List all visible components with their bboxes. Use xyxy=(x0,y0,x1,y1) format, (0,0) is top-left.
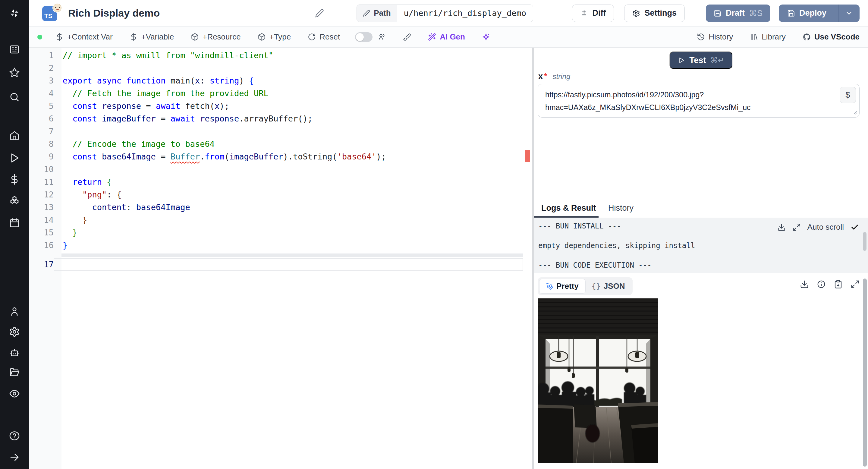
json-label: JSON xyxy=(604,282,625,291)
package-icon xyxy=(258,33,266,41)
add-type-button[interactable]: +Type xyxy=(258,32,291,41)
ai-gen-label: AI Gen xyxy=(440,32,465,41)
page-title: Rich Display demo xyxy=(68,7,160,19)
tab-logs-result[interactable]: Logs & Result xyxy=(541,204,596,213)
brush-icon xyxy=(403,33,411,41)
library-button[interactable]: Library xyxy=(750,32,785,41)
script-emoji-avatar xyxy=(53,3,62,13)
textarea-resize-handle[interactable] xyxy=(852,110,857,115)
arg-required-star: * xyxy=(544,72,547,81)
windmill-logo-icon[interactable] xyxy=(8,7,21,19)
deploy-button[interactable]: Deploy xyxy=(779,4,834,22)
auto-scroll-label: Auto scroll xyxy=(807,222,844,232)
download-result-icon[interactable] xyxy=(800,280,809,289)
expand-sidebar-arrow-icon[interactable] xyxy=(8,451,21,463)
sidebar xyxy=(0,0,29,469)
resource-label: +Resource xyxy=(203,32,241,41)
code-editor[interactable]: 1// import * as wmill from "windmill-cli… xyxy=(29,48,532,469)
arg-value-input[interactable]: https://fastly.picsum.photos/id/192/200/… xyxy=(538,84,860,118)
sidebar-divider xyxy=(0,113,29,113)
result-view-bar: Pretty {} JSON xyxy=(534,276,868,297)
download-logs-icon[interactable] xyxy=(777,223,786,231)
search-icon[interactable] xyxy=(8,91,21,103)
editor-toolbar: +Context Var +Variable +Resource +Type R… xyxy=(29,27,868,48)
history-label: History xyxy=(709,32,733,41)
package-icon xyxy=(191,33,199,41)
draft-button[interactable]: Draft ⌘S xyxy=(706,4,770,22)
history-clock-icon xyxy=(697,33,705,41)
add-resource-button[interactable]: +Resource xyxy=(191,32,241,41)
folder-open-icon[interactable] xyxy=(8,367,21,379)
deploy-label: Deploy xyxy=(799,8,827,18)
help-circle-icon[interactable] xyxy=(8,430,21,442)
argument-label: x * string xyxy=(538,72,570,81)
resources-boxes-icon[interactable] xyxy=(8,195,21,207)
settings-button[interactable]: Settings xyxy=(624,4,685,22)
header: TS Rich Display demo Path u/henri/rich_d… xyxy=(29,0,868,27)
sparkles-icon[interactable] xyxy=(482,33,490,41)
panel-splitter[interactable] xyxy=(532,48,534,469)
info-icon[interactable] xyxy=(817,280,826,289)
runs-play-icon[interactable] xyxy=(8,152,21,164)
variables-dollar-icon[interactable] xyxy=(8,173,21,185)
path-label-segment: Path xyxy=(357,5,397,22)
schedules-calendar-icon[interactable] xyxy=(8,217,21,229)
use-vscode-button[interactable]: Use VScode xyxy=(803,32,860,41)
add-context-var-button[interactable]: +Context Var xyxy=(56,32,113,41)
log-line: --- BUN CODE EXECUTION --- xyxy=(538,261,868,269)
workers-robot-icon[interactable] xyxy=(8,347,21,359)
deploy-dropdown-chevron[interactable] xyxy=(838,4,860,22)
library-label: Library xyxy=(762,32,785,41)
save-icon xyxy=(787,9,795,17)
insert-variable-button[interactable]: $ xyxy=(840,87,856,103)
draft-shortcut: ⌘S xyxy=(749,8,763,18)
chevron-down-icon xyxy=(845,9,853,17)
users-icon[interactable] xyxy=(8,305,21,317)
library-icon xyxy=(750,33,758,41)
maximize-icon[interactable] xyxy=(850,280,860,289)
test-shortcut: ⌘↵ xyxy=(710,56,724,64)
check-icon[interactable] xyxy=(850,223,859,231)
test-label: Test xyxy=(689,56,706,65)
test-button[interactable]: Test ⌘↵ xyxy=(670,52,733,69)
panel-scrollbar[interactable] xyxy=(863,279,867,467)
collaborators-icon[interactable] xyxy=(378,33,386,41)
rotate-icon xyxy=(308,33,316,41)
gear-icon xyxy=(632,9,640,17)
edit-title-pencil-icon[interactable] xyxy=(315,9,324,18)
expand-logs-icon[interactable] xyxy=(792,223,801,231)
add-variable-button[interactable]: +Variable xyxy=(130,32,174,41)
run-panel: Test ⌘↵ x * string https://fastly.picsum… xyxy=(534,48,868,469)
diff-icon xyxy=(580,9,588,17)
arg-name: x xyxy=(538,72,543,81)
reset-label: Reset xyxy=(319,32,340,41)
copy-clipboard-icon[interactable] xyxy=(834,280,843,289)
format-brush-icon[interactable] xyxy=(403,33,411,41)
diff-button[interactable]: Diff xyxy=(572,4,614,22)
star-icon[interactable] xyxy=(8,67,21,79)
logs-scrollbar[interactable] xyxy=(863,232,867,251)
pretty-view-button[interactable]: Pretty xyxy=(539,279,586,293)
deploy-split-button[interactable]: Deploy xyxy=(779,4,860,22)
script-language-badge: TS xyxy=(42,5,59,21)
dollar-icon xyxy=(130,33,138,41)
home-icon[interactable] xyxy=(8,130,21,142)
ai-gen-button[interactable]: AI Gen xyxy=(428,32,465,41)
history-button[interactable]: History xyxy=(697,32,733,41)
app-window-icon[interactable] xyxy=(8,43,21,56)
result-image xyxy=(538,299,658,463)
audit-eye-icon[interactable] xyxy=(8,387,21,400)
sparkles-icon xyxy=(482,33,490,41)
draft-label: Draft xyxy=(726,8,745,18)
diff-label: Diff xyxy=(592,8,606,18)
tab-history[interactable]: History xyxy=(608,204,633,213)
braces-icon: {} xyxy=(592,282,601,290)
settings-gear-icon[interactable] xyxy=(8,326,21,338)
path-value: u/henri/rich_display_demo xyxy=(397,5,533,22)
path-editor[interactable]: Path u/henri/rich_display_demo xyxy=(356,4,533,22)
json-view-button[interactable]: {} JSON xyxy=(586,279,631,293)
windmill-script-editor: TS Rich Display demo Path u/henri/rich_d… xyxy=(0,0,868,469)
reset-button[interactable]: Reset xyxy=(308,32,340,41)
assistant-toggle[interactable] xyxy=(355,32,373,42)
users-icon xyxy=(378,33,386,41)
